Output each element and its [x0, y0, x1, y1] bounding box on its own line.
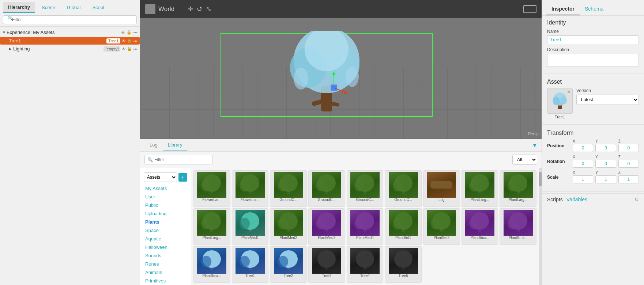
asset-item-a1[interactable]: FlowerLar... — [193, 170, 230, 207]
description-label: Description — [547, 47, 639, 52]
asset-label-a23: Tree4 — [348, 274, 383, 278]
lighting-more-icon[interactable]: ••• — [133, 47, 138, 51]
lib-cat-runes[interactable]: Runes — [140, 260, 191, 268]
viewport-canvas[interactable]: ←Persp — [140, 18, 542, 139]
asset-item-a15[interactable]: PlantSet1 — [385, 208, 422, 245]
asset-item-a22[interactable]: Tree3 — [308, 246, 345, 283]
position-z-input[interactable] — [618, 144, 639, 152]
scale-icon[interactable]: ⤡ — [206, 5, 211, 13]
asset-item-a23[interactable]: Tree4 — [347, 246, 384, 283]
scale-y-input[interactable] — [595, 175, 616, 183]
hierarchy-filter-input[interactable] — [3, 15, 137, 24]
asset-item-a24[interactable]: Tree5 — [385, 246, 422, 283]
asset-item-a16[interactable]: PlantSet2 — [423, 208, 460, 245]
refresh-icon[interactable]: ↻ — [634, 197, 639, 202]
asset-item-a12[interactable]: PlantMed2 — [270, 208, 307, 245]
more-icon[interactable]: ••• — [133, 30, 138, 35]
tree1-eye-icon[interactable]: 👁 — [122, 39, 126, 43]
lib-cat-sounds[interactable]: Sounds — [140, 251, 191, 260]
position-y-input[interactable] — [595, 144, 616, 152]
asset-item-a11[interactable]: PlantMed1 — [232, 208, 269, 245]
position-label: Position — [547, 143, 573, 148]
lib-cat-user[interactable]: User — [140, 193, 191, 201]
scale-x-input[interactable] — [573, 175, 593, 183]
version-select[interactable]: Latest — [576, 95, 639, 105]
tab-library[interactable]: Library — [163, 139, 188, 151]
rotation-y-input[interactable] — [595, 160, 616, 168]
svg-point-65 — [508, 218, 518, 229]
experience-row[interactable]: ▼ Experience: My Assets 👁 🔒 ••• — [0, 28, 140, 37]
rotation-z-input[interactable] — [618, 160, 639, 168]
tab-inspector[interactable]: Inspector — [546, 3, 580, 15]
tree1-more-icon[interactable]: ••• — [133, 39, 138, 43]
assets-type-select[interactable]: Assets — [144, 172, 177, 182]
description-input[interactable] — [547, 54, 639, 67]
svg-marker-10 — [332, 71, 335, 75]
svg-point-16 — [201, 180, 211, 191]
lib-cat-aquatic[interactable]: Aquatic — [140, 235, 191, 243]
tree1-lock-icon[interactable]: 🔒 — [127, 38, 132, 43]
asset-remove-button[interactable]: ✕ — [567, 89, 571, 95]
asset-item-a9[interactable]: PlantLarg... — [500, 170, 536, 207]
viewport-rect-icon[interactable] — [523, 5, 536, 13]
move-icon[interactable]: ✛ — [188, 5, 193, 13]
asset-label-a12: PlantMed2 — [271, 236, 306, 240]
asset-item-a17[interactable]: PlantSma... — [462, 208, 498, 245]
tab-log[interactable]: Log — [144, 139, 163, 151]
tab-script[interactable]: Script — [87, 2, 109, 13]
lighting-lock-icon[interactable]: 🔒 — [127, 46, 132, 51]
asset-label-a11: PlantMed1 — [233, 236, 268, 240]
lock-icon[interactable]: 🔒 — [127, 30, 132, 35]
rotation-x-input[interactable] — [573, 160, 593, 168]
asset-item-a8[interactable]: PlantLarg... — [462, 170, 498, 207]
tab-global[interactable]: Global — [62, 2, 86, 13]
tree1-row[interactable]: Tree1 Tree1 👁 🔒 ••• — [0, 37, 140, 45]
rotate-icon[interactable]: ↺ — [197, 5, 202, 13]
asset-item-a7[interactable]: Log — [423, 170, 460, 207]
tab-hierarchy[interactable]: Hierarchy — [3, 2, 35, 13]
library-scrollbar[interactable] — [539, 168, 542, 285]
lib-cat-uploading[interactable]: Uploading — [140, 209, 191, 218]
lib-cat-plants[interactable]: Plants — [140, 218, 191, 226]
asset-label-a22: Tree3 — [309, 274, 344, 278]
scripts-label[interactable]: Scripts — [547, 197, 563, 202]
asset-item-a13[interactable]: PlantMed3 — [308, 208, 345, 245]
asset-thumb-a12 — [274, 210, 303, 236]
asset-item-a5[interactable]: GroundC... — [347, 170, 384, 207]
asset-item-a20[interactable]: Tree1 — [232, 246, 269, 283]
position-z-col: Z — [618, 139, 639, 152]
lib-cat-my-assets[interactable]: My Assets — [140, 184, 191, 193]
library-type-select[interactable]: All — [512, 155, 537, 165]
tab-scene[interactable]: Scene — [37, 2, 60, 13]
add-asset-button[interactable]: + — [178, 173, 187, 182]
lib-cat-space[interactable]: Space — [140, 226, 191, 235]
asset-item-a10[interactable]: PlantLarg... — [193, 208, 230, 245]
library-sidebar: Assets + My AssetsUserPublicUploadingPla… — [140, 168, 191, 285]
name-input[interactable] — [547, 35, 639, 44]
lib-cat-halloween[interactable]: Halloween — [140, 243, 191, 251]
eye-icon[interactable]: 👁 — [121, 30, 125, 35]
asset-item-a14[interactable]: PlantMed4 — [347, 208, 384, 245]
svg-point-78 — [356, 250, 374, 268]
scale-z-input[interactable] — [618, 175, 639, 183]
asset-item-a18[interactable]: PlantSma... — [500, 208, 536, 245]
tab-schema[interactable]: Schema — [580, 3, 609, 15]
asset-item-a4[interactable]: GroundC... — [308, 170, 345, 207]
library-filter-input[interactable] — [144, 155, 212, 164]
lib-cat-animals[interactable]: Animals — [140, 268, 191, 277]
lib-cat-primitives[interactable]: Primitives — [140, 277, 191, 285]
position-x-input[interactable] — [573, 144, 593, 152]
bottom-tab-arrow[interactable]: ▼ — [532, 142, 537, 148]
lib-cat-public[interactable]: Public — [140, 201, 191, 209]
asset-item-a2[interactable]: FlowerLar... — [232, 170, 269, 207]
lighting-row[interactable]: ▶ Lighting [empty] 👁 🔒 ••• — [0, 45, 140, 53]
variables-label[interactable]: Variables — [566, 197, 587, 202]
asset-item-a21[interactable]: Tree2 — [270, 246, 307, 283]
asset-item-a6[interactable]: GroundC... — [385, 170, 422, 207]
asset-thumb-a20 — [236, 248, 265, 274]
asset-item-a19[interactable]: PlantSma... — [193, 246, 230, 283]
library-scrollbar-thumb[interactable] — [539, 172, 542, 186]
lighting-eye-icon[interactable]: 👁 — [122, 47, 126, 51]
transform-gizmo[interactable] — [319, 69, 349, 99]
asset-item-a3[interactable]: GroundC... — [270, 170, 307, 207]
